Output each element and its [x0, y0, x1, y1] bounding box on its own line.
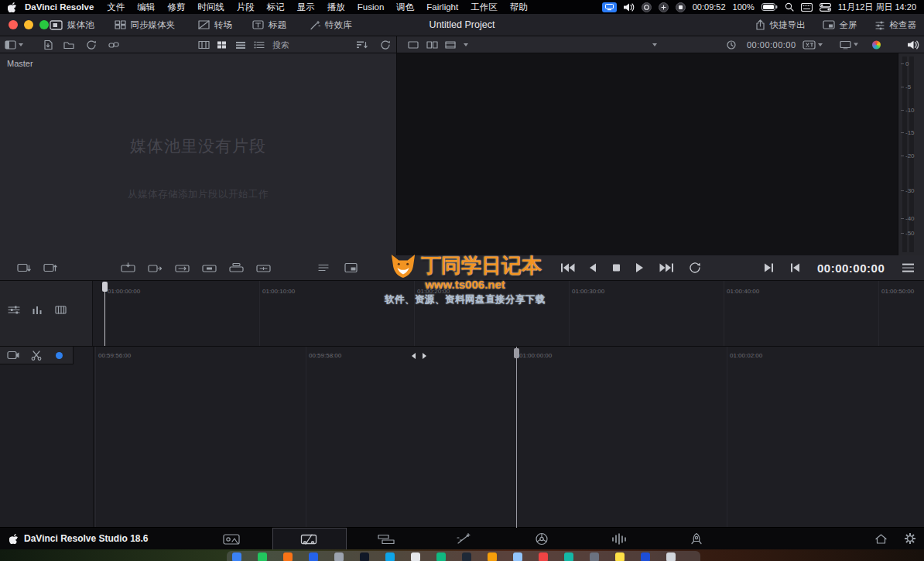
thumbnail-view-icon[interactable]	[217, 40, 227, 49]
dock-app-icon[interactable]	[232, 552, 241, 561]
menubar-datetime[interactable]: 11月12日 周日 14:20	[838, 2, 916, 13]
dock-app-icon[interactable]	[462, 552, 471, 561]
home-button[interactable]	[865, 528, 896, 549]
viewer-mode-dropdown[interactable]	[464, 43, 468, 46]
upper-playhead-handle[interactable]	[102, 282, 108, 292]
menubar-menu-item[interactable]: 修剪	[161, 2, 191, 13]
search-toggle[interactable]: 搜索	[272, 39, 289, 50]
minimize-window-button[interactable]	[24, 20, 33, 29]
display-options-dropdown[interactable]	[840, 40, 858, 49]
fx-preset-dropdown[interactable]	[803, 40, 823, 50]
record-indicator-icon[interactable]	[676, 2, 686, 12]
zoom-window-button[interactable]	[39, 20, 49, 29]
settings-gear-button[interactable]	[895, 528, 924, 549]
dock-app-icon[interactable]	[258, 552, 267, 561]
scissors-icon[interactable]	[31, 351, 42, 361]
jump-to-start-icon[interactable]	[789, 263, 801, 273]
quick-export-button[interactable]: 快捷导出	[755, 19, 806, 31]
dock-app-icon[interactable]	[513, 552, 522, 561]
media-pool-button[interactable]: 媒体池	[50, 19, 94, 31]
refresh-icon[interactable]	[381, 40, 391, 50]
mixer-faders-icon[interactable]	[55, 305, 67, 315]
play-reverse-button[interactable]	[588, 263, 597, 273]
dock-app-icon[interactable]	[488, 552, 497, 561]
sync-clips-icon[interactable]	[87, 40, 97, 50]
page-deliver-button[interactable]	[681, 528, 712, 549]
new-bin-folder-icon[interactable]	[63, 40, 74, 49]
place-on-top-icon[interactable]	[229, 262, 244, 273]
film-source-icon[interactable]	[445, 41, 456, 49]
menubar-menu-item[interactable]: 编辑	[131, 2, 161, 13]
camera-icon[interactable]	[7, 351, 20, 360]
menubar-menu-item[interactable]: 显示	[291, 2, 321, 13]
dock-app-icon[interactable]	[615, 552, 625, 561]
smart-insert-icon[interactable]	[121, 262, 135, 273]
menubar-menu-item[interactable]: 帮助	[504, 2, 534, 13]
dock-app-icon[interactable]	[385, 552, 395, 561]
close-up-icon[interactable]	[202, 262, 217, 273]
filmstrip-view-icon[interactable]	[198, 40, 210, 49]
tools-list-icon[interactable]	[317, 263, 330, 273]
menubar-menu-item[interactable]: Fusion	[351, 2, 391, 12]
page-fairlight-button[interactable]	[604, 528, 635, 549]
control-center-icon[interactable]	[820, 3, 831, 12]
range-select-tool-icon[interactable]	[17, 262, 31, 273]
next-clip-button[interactable]	[659, 263, 674, 273]
next-edit-chevron-icon[interactable]	[423, 353, 426, 359]
sort-order-icon[interactable]	[356, 40, 368, 49]
dock-app-icon[interactable]	[411, 552, 420, 561]
single-viewer-icon[interactable]	[408, 41, 419, 49]
menubar-menu-item[interactable]: 片段	[231, 2, 261, 13]
list-view-icon[interactable]	[254, 40, 265, 49]
ripple-overwrite-icon[interactable]	[175, 262, 190, 273]
snapping-blue-dot-icon[interactable]	[56, 352, 63, 359]
inspector-button[interactable]: 检查器	[874, 19, 917, 31]
dock-app-icon[interactable]	[309, 552, 318, 561]
screen-mirroring-icon[interactable]	[602, 2, 617, 12]
dock-app-icon[interactable]	[641, 552, 650, 561]
dock-app-icon[interactable]	[360, 552, 369, 561]
append-clip-icon[interactable]	[148, 262, 163, 273]
media-pool-panel[interactable]: Master 媒体池里没有片段 从媒体存储添加片段以开始工作	[0, 53, 397, 255]
menubar-menu-item[interactable]: 播放	[321, 2, 351, 13]
upper-timeline[interactable]: 01:00:00:0001:00:10:0001:00:20:0001:00:3…	[0, 281, 924, 346]
apple-logo-icon[interactable]	[8, 2, 16, 12]
status-circle-icon-2[interactable]	[659, 2, 669, 12]
stop-button[interactable]	[612, 264, 621, 272]
page-cut-button[interactable]	[294, 528, 325, 549]
strip-view-icon[interactable]	[235, 40, 246, 49]
relink-clips-icon[interactable]	[108, 41, 119, 49]
timeline-options-menu-icon[interactable]	[902, 264, 914, 272]
track-bars-icon[interactable]	[32, 305, 43, 315]
lower-playhead-handle[interactable]	[514, 348, 519, 358]
menubar-app-name[interactable]: DaVinci Resolve	[18, 2, 101, 12]
jump-to-end-icon[interactable]	[763, 263, 775, 273]
dock-app-icon[interactable]	[334, 552, 344, 561]
import-media-icon[interactable]	[43, 39, 53, 50]
spotlight-icon[interactable]	[785, 2, 794, 12]
menubar-menu-item[interactable]: 调色	[390, 2, 420, 13]
dock-app-icon[interactable]	[539, 552, 548, 561]
play-button[interactable]	[635, 262, 644, 273]
viewer-panel[interactable]	[397, 53, 898, 255]
color-wheel-icon[interactable]	[872, 40, 881, 49]
lower-playhead-line[interactable]	[516, 347, 517, 528]
loop-playback-button[interactable]	[689, 262, 702, 273]
fullscreen-button[interactable]: 全屏	[823, 19, 857, 31]
upper-playhead-line[interactable]	[104, 291, 105, 346]
bin-name-label[interactable]: Master	[7, 59, 33, 68]
prev-edit-chevron-icon[interactable]	[412, 353, 416, 359]
trim-tool-icon[interactable]	[43, 262, 57, 273]
source-clip-dropdown[interactable]	[652, 43, 657, 46]
page-media-button[interactable]	[217, 528, 248, 549]
dock-app-icon[interactable]	[436, 552, 446, 561]
timecode-clock-icon[interactable]	[727, 40, 736, 50]
dock-app-icon[interactable]	[590, 552, 599, 561]
source-overwrite-icon[interactable]	[256, 262, 271, 273]
previous-clip-button[interactable]	[560, 263, 575, 273]
bin-sidebar-toggle[interactable]	[5, 40, 23, 50]
picture-in-picture-icon[interactable]	[344, 263, 358, 273]
close-window-button[interactable]	[9, 20, 18, 29]
menubar-menu-item[interactable]: 工作区	[464, 2, 504, 13]
sync-bin-button[interactable]: 同步媒体夹	[115, 19, 176, 31]
